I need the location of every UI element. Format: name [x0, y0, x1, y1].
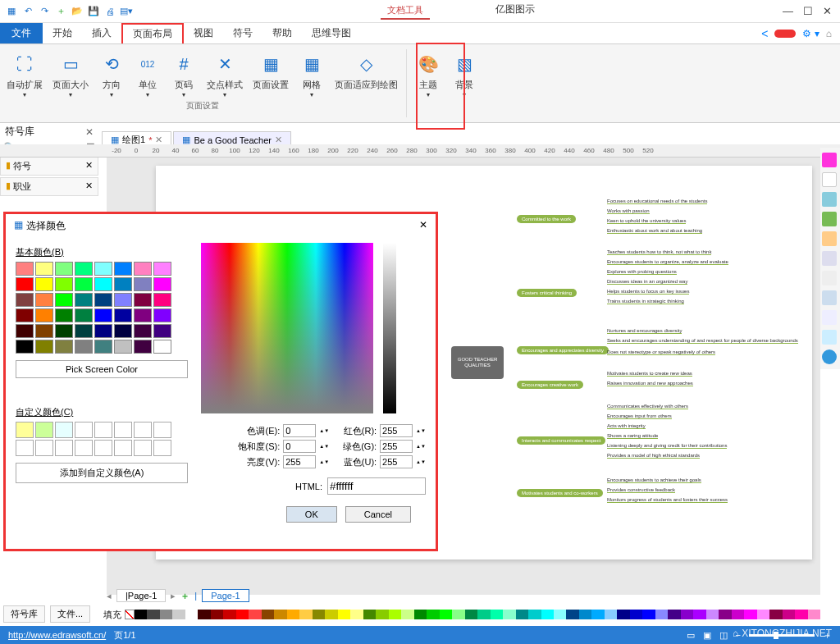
mindmap-leaf[interactable]: Listening deeply and giving credit for t…	[607, 443, 727, 449]
color-swatch[interactable]	[75, 324, 93, 338]
mindmap-leaf[interactable]: Helps students to focus on key issues	[607, 289, 689, 295]
color-swatch[interactable]	[114, 277, 132, 291]
panel-close-icon[interactable]: ✕	[85, 126, 94, 138]
tab-symbol[interactable]: 符号	[223, 23, 262, 43]
color-swatch[interactable]	[134, 308, 152, 322]
maximize-button[interactable]: ☐	[803, 5, 813, 17]
tab-page-layout[interactable]: 页面布局	[121, 23, 184, 43]
mindmap-leaf[interactable]: Encourages input from others	[607, 413, 672, 419]
open-icon[interactable]: 📂	[71, 5, 84, 18]
help-icon[interactable]	[822, 349, 837, 364]
color-swatch[interactable]	[75, 277, 93, 291]
color-swatch[interactable]	[55, 324, 73, 338]
custom-swatch[interactable]	[134, 422, 152, 438]
tool-icon[interactable]	[822, 251, 837, 266]
custom-swatch[interactable]	[153, 422, 171, 438]
page-setup-button[interactable]: ▦页面设置	[248, 48, 294, 100]
color-swatch[interactable]	[75, 340, 93, 354]
nav-last-icon[interactable]: ▸	[171, 591, 176, 601]
file-menu[interactable]: 文件	[0, 23, 43, 43]
spinner-icon[interactable]: ▲▼	[416, 444, 426, 449]
color-swatch[interactable]	[134, 340, 152, 354]
hue-input[interactable]	[283, 424, 316, 437]
color-swatch[interactable]	[16, 262, 34, 276]
spinner-icon[interactable]: ▲▼	[416, 428, 426, 433]
sat-input[interactable]	[283, 440, 316, 453]
tool-icon[interactable]	[822, 330, 837, 345]
color-swatch[interactable]	[114, 324, 132, 338]
save-icon[interactable]: 💾	[87, 5, 100, 18]
tool-icon[interactable]	[822, 172, 837, 187]
settings-icon[interactable]: ⚙ ▾	[802, 28, 819, 39]
mindmap-node[interactable]: Committed to the work	[517, 215, 576, 223]
mindmap-leaf[interactable]: Trains students in strategic thinking	[607, 299, 684, 304]
fit-button[interactable]: ◇页面适应到绘图	[330, 48, 403, 100]
page-tab[interactable]: Page-1	[202, 589, 249, 602]
tool-icon[interactable]	[822, 153, 837, 167]
custom-swatch[interactable]	[94, 440, 112, 456]
view-icon[interactable]: ▣	[703, 630, 711, 641]
theme-button[interactable]: 🎨主题▾	[410, 48, 446, 100]
page-num-button[interactable]: #页码▾	[166, 48, 202, 100]
mindmap-leaf[interactable]: Teaches students how to think, not what …	[607, 249, 711, 255]
grid-button[interactable]: ▦网格▾	[294, 48, 330, 100]
spinner-icon[interactable]: ▲▼	[319, 444, 329, 449]
section-symbols[interactable]: ▮符号 ✕	[0, 157, 98, 176]
color-swatch[interactable]	[94, 293, 112, 307]
color-swatch[interactable]	[16, 308, 34, 322]
color-swatch[interactable]	[55, 293, 73, 307]
custom-swatch[interactable]	[35, 422, 53, 438]
custom-swatch[interactable]	[16, 440, 34, 456]
mindmap-leaf[interactable]: Enthusiastic about work and about teachi…	[607, 228, 702, 234]
mindmap-leaf[interactable]: Provides constructive feedback	[607, 487, 675, 493]
tool-icon[interactable]	[822, 231, 837, 246]
mindmap-leaf[interactable]: Raises innovation and new approaches	[607, 381, 693, 386]
mindmap-leaf[interactable]: Explores with probing questions	[607, 269, 677, 275]
dialog-close-icon[interactable]: ✕	[419, 219, 427, 233]
intersect-button[interactable]: ✕交点样式▾	[202, 48, 248, 100]
custom-swatch[interactable]	[16, 422, 34, 438]
value-slider[interactable]	[383, 243, 396, 413]
mindmap-leaf[interactable]: Monitors progress of students and foster…	[607, 497, 728, 503]
color-swatch[interactable]	[55, 340, 73, 354]
unit-button[interactable]: 012单位▾	[130, 48, 166, 100]
color-swatch[interactable]	[153, 277, 171, 291]
color-swatch[interactable]	[35, 277, 53, 291]
section-close-icon[interactable]: ✕	[85, 180, 93, 193]
tool-icon[interactable]	[822, 212, 837, 226]
color-swatch[interactable]	[35, 308, 53, 322]
section-careers[interactable]: ▮职业 ✕	[0, 177, 98, 196]
page-tab[interactable]: |Page-1	[116, 589, 166, 602]
color-gradient-picker[interactable]	[201, 243, 373, 413]
color-swatch[interactable]	[134, 324, 152, 338]
color-swatch[interactable]	[16, 324, 34, 338]
spinner-icon[interactable]: ▲▼	[416, 459, 426, 464]
color-swatch[interactable]	[114, 308, 132, 322]
mindmap-node[interactable]: Motivates students and co-workers	[517, 489, 603, 497]
status-url[interactable]: http://www.edrawsoft.cn/	[8, 630, 106, 640]
mindmap-leaf[interactable]: Acts with integrity	[607, 423, 646, 429]
color-swatch[interactable]	[114, 340, 132, 354]
color-swatch[interactable]	[75, 308, 93, 322]
color-swatch[interactable]	[75, 262, 93, 276]
custom-swatch[interactable]	[94, 422, 112, 438]
tab-mindmap[interactable]: 思维导图	[302, 23, 361, 43]
contextual-tab[interactable]: 文档工具	[381, 2, 430, 20]
help-icon[interactable]: ⌂	[826, 28, 832, 39]
minimize-button[interactable]: —	[783, 5, 793, 17]
view-icon[interactable]: ▭	[687, 630, 695, 641]
color-swatch[interactable]	[94, 308, 112, 322]
mindmap-node[interactable]: Encourages creative work	[517, 381, 583, 389]
color-swatch[interactable]	[55, 277, 73, 291]
color-swatch[interactable]	[114, 262, 132, 276]
tab-start[interactable]: 开始	[43, 23, 82, 43]
mindmap-node[interactable]: Encourages and appreciates diversity	[517, 346, 609, 354]
tool-icon[interactable]	[822, 192, 837, 207]
color-swatch[interactable]	[94, 277, 112, 291]
color-swatch[interactable]	[134, 293, 152, 307]
new-icon[interactable]: ＋	[54, 5, 67, 18]
spinner-icon[interactable]: ▲▼	[319, 428, 329, 433]
custom-swatch[interactable]	[114, 440, 132, 456]
close-button[interactable]: ✕	[823, 5, 832, 17]
color-swatch[interactable]	[94, 340, 112, 354]
